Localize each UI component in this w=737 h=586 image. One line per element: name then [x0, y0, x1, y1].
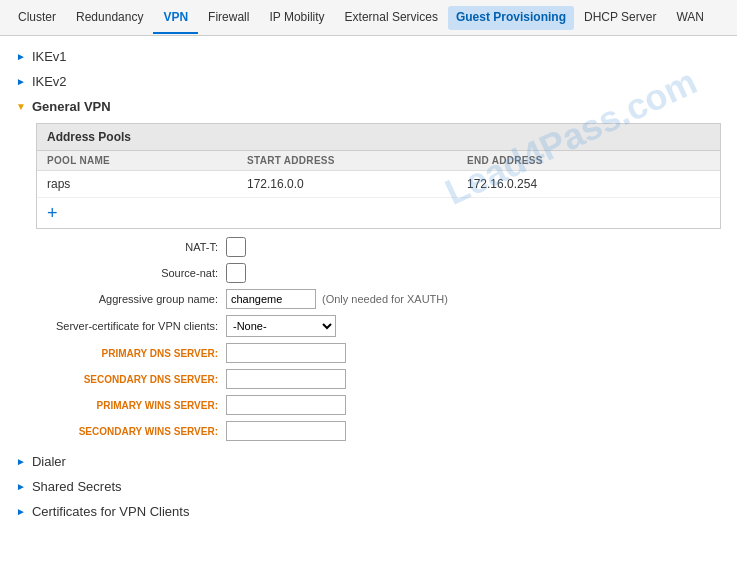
- address-pools-section: Address Pools POOL NAME START ADDRESS EN…: [36, 123, 721, 229]
- secondary-dns-input[interactable]: [226, 369, 346, 389]
- tree-ikev2[interactable]: ► IKEv2: [16, 69, 721, 94]
- aggressive-group-label: Aggressive group name:: [36, 293, 226, 305]
- source-nat-label: Source-nat:: [36, 267, 226, 279]
- chevron-right-icon: ►: [16, 51, 26, 62]
- nav-cluster[interactable]: Cluster: [8, 2, 66, 34]
- table-row[interactable]: raps 172.16.0.0 172.16.0.254: [37, 171, 720, 198]
- ikev1-label: IKEv1: [32, 49, 67, 64]
- server-cert-row: Server-certificate for VPN clients: -Non…: [36, 315, 721, 337]
- col-header-start-address: START ADDRESS: [247, 155, 467, 166]
- nav-firewall[interactable]: Firewall: [198, 2, 259, 34]
- shared-secrets-label: Shared Secrets: [32, 479, 122, 494]
- aggressive-group-hint: (Only needed for XAUTH): [322, 293, 448, 305]
- source-nat-row: Source-nat:: [36, 263, 721, 283]
- tree-shared-secrets[interactable]: ► Shared Secrets: [16, 474, 721, 499]
- primary-dns-row: PRIMARY DNS SERVER:: [36, 343, 721, 363]
- secondary-wins-input[interactable]: [226, 421, 346, 441]
- cell-end-address: 172.16.0.254: [467, 177, 710, 191]
- nav-redundancy[interactable]: Redundancy: [66, 2, 153, 34]
- chevron-right-icon: ►: [16, 76, 26, 87]
- tree-ikev1[interactable]: ► IKEv1: [16, 44, 721, 69]
- primary-wins-label: PRIMARY WINS SERVER:: [36, 400, 226, 411]
- nav-guest-provisioning[interactable]: Guest Provisioning: [448, 6, 574, 30]
- primary-wins-input[interactable]: [226, 395, 346, 415]
- nav-wan[interactable]: WAN: [666, 2, 714, 34]
- nat-t-checkbox[interactable]: [226, 237, 246, 257]
- nav-vpn[interactable]: VPN: [153, 2, 198, 34]
- server-cert-select[interactable]: -None-: [227, 319, 335, 333]
- cell-start-address: 172.16.0.0: [247, 177, 467, 191]
- tree-dialer[interactable]: ► Dialer: [16, 449, 721, 474]
- column-headers: POOL NAME START ADDRESS END ADDRESS: [37, 151, 720, 171]
- cell-pool-name: raps: [47, 177, 247, 191]
- col-header-end-address: END ADDRESS: [467, 155, 710, 166]
- nat-t-label: NAT-T:: [36, 241, 226, 253]
- tree-general-vpn[interactable]: ▼ General VPN: [16, 94, 721, 119]
- nav-external-services[interactable]: External Services: [335, 2, 448, 34]
- address-pools-header: Address Pools: [37, 124, 720, 151]
- primary-dns-input[interactable]: [226, 343, 346, 363]
- secondary-dns-label: SECONDARY DNS SERVER:: [36, 374, 226, 385]
- bottom-tree: ► Dialer ► Shared Secrets ► Certificates…: [16, 449, 721, 524]
- aggressive-group-row: Aggressive group name: (Only needed for …: [36, 289, 721, 309]
- top-nav: Cluster Redundancy VPN Firewall IP Mobil…: [0, 0, 737, 36]
- server-cert-label: Server-certificate for VPN clients:: [36, 320, 226, 332]
- chevron-right-icon: ►: [16, 481, 26, 492]
- nav-ip-mobility[interactable]: IP Mobility: [259, 2, 334, 34]
- primary-wins-row: PRIMARY WINS SERVER:: [36, 395, 721, 415]
- secondary-wins-row: SECONDARY WINS SERVER:: [36, 421, 721, 441]
- aggressive-group-input[interactable]: [226, 289, 316, 309]
- form-section: NAT-T: Source-nat: Aggressive group name…: [36, 237, 721, 441]
- nav-dhcp-server[interactable]: DHCP Server: [574, 2, 666, 34]
- dialer-label: Dialer: [32, 454, 66, 469]
- general-vpn-label: General VPN: [32, 99, 111, 114]
- tree-cert-vpn-clients[interactable]: ► Certificates for VPN Clients: [16, 499, 721, 524]
- cert-vpn-label: Certificates for VPN Clients: [32, 504, 190, 519]
- chevron-down-icon: ▼: [16, 101, 26, 112]
- secondary-wins-label: SECONDARY WINS SERVER:: [36, 426, 226, 437]
- secondary-dns-row: SECONDARY DNS SERVER:: [36, 369, 721, 389]
- source-nat-checkbox[interactable]: [226, 263, 246, 283]
- ikev2-label: IKEv2: [32, 74, 67, 89]
- add-row: +: [37, 198, 720, 228]
- col-header-pool-name: POOL NAME: [47, 155, 247, 166]
- server-cert-select-wrapper[interactable]: -None-: [226, 315, 336, 337]
- add-pool-button[interactable]: +: [47, 204, 58, 222]
- chevron-right-icon: ►: [16, 456, 26, 467]
- primary-dns-label: PRIMARY DNS SERVER:: [36, 348, 226, 359]
- main-content: Lead4Pass.com ► IKEv1 ► IKEv2 ▼ General …: [0, 36, 737, 532]
- nat-t-row: NAT-T:: [36, 237, 721, 257]
- chevron-right-icon: ►: [16, 506, 26, 517]
- address-pools-table: POOL NAME START ADDRESS END ADDRESS raps…: [37, 151, 720, 228]
